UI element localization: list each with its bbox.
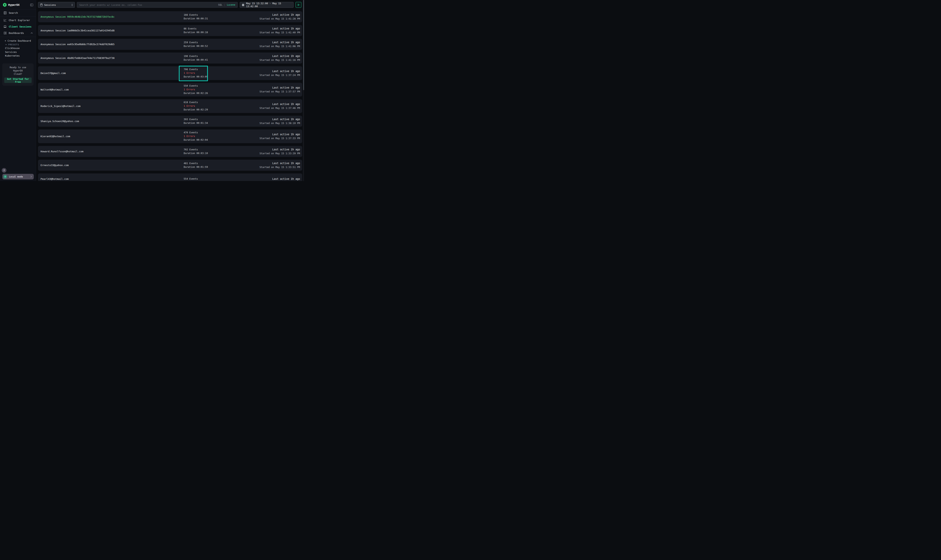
- session-started: Started on May 15 1:41:16 PM: [259, 58, 300, 62]
- session-events-count: 702 Events: [184, 148, 208, 151]
- session-times: Last active 1h ago Started on May 15 1:4…: [259, 25, 300, 36]
- brand[interactable]: HyperDX: [3, 3, 20, 7]
- laptop-icon: [3, 25, 6, 28]
- session-stats: 393 Events Duration 00:01:34: [184, 116, 208, 127]
- topbar: Sessions SQL | Lucene: [36, 0, 304, 8]
- sidebar-item-label: Search: [9, 11, 18, 14]
- language-divider: |: [224, 3, 225, 6]
- sql-toggle[interactable]: SQL: [218, 3, 222, 6]
- session-row[interactable]: Pearl43@hotmail.com 554 Events Last acti…: [38, 174, 302, 181]
- session-stats: 618 Events 1 Errors Duration 00:02:29: [184, 99, 208, 113]
- sidebar-collapse-icon[interactable]: [30, 4, 33, 6]
- session-last-active: Last active 1h ago: [259, 133, 300, 136]
- presets-section-toggle[interactable]: PRESETS: [0, 43, 36, 46]
- session-errors-count: 1 Errors: [184, 72, 208, 75]
- session-times: Last active 1h ago Started on May 15 1:3…: [259, 146, 300, 157]
- scrollbar-thumb[interactable]: [303, 0, 304, 90]
- date-range-picker[interactable]: May 15 13:32:00 - May 15 13:42:00: [240, 2, 294, 8]
- session-duration: Duration 00:03:09: [184, 75, 208, 78]
- session-row[interactable]: Anonymous Session 4bd02fe6643aaf44e711f6…: [38, 52, 302, 63]
- preset-clickhouse[interactable]: Clickhouse: [0, 46, 36, 50]
- session-last-active: Last active 1h ago: [259, 148, 300, 151]
- session-times: Last active 1h ago Started on May 15 1:4…: [259, 11, 300, 22]
- session-title: Walton9@hotmail.com: [40, 83, 69, 97]
- dashboards-subnav: + Create Dashboard PRESETS Clickhouse Se…: [0, 37, 36, 58]
- session-row[interactable]: Howard.Runolfsson@hotmail.com 702 Events…: [38, 146, 302, 157]
- session-row[interactable]: Roderick_Sipes1@hotmail.com 618 Events 1…: [38, 99, 302, 113]
- lucene-toggle[interactable]: Lucene: [227, 3, 235, 6]
- session-stats: 166 Events Duration 00:00:31: [184, 11, 208, 22]
- session-title: Howard.Runolfsson@hotmail.com: [40, 146, 83, 157]
- sidebar-item-label: Chart Explorer: [9, 19, 30, 22]
- session-stats: 86 Events Duration 00:00:18: [184, 25, 208, 36]
- session-started: Started on May 15 1:33:39 PM: [259, 152, 300, 155]
- session-row[interactable]: Shaniya.Schoen20@yahoo.com 393 Events Du…: [38, 116, 302, 127]
- preset-services[interactable]: Services: [0, 50, 36, 54]
- session-events-count: 554 Events: [184, 177, 198, 180]
- journal-icon: [3, 11, 6, 14]
- session-last-active: Last active 1h ago: [259, 13, 300, 16]
- user-avatar: U: [3, 175, 7, 178]
- session-events-count: 470 Events: [184, 131, 208, 134]
- session-stats: 550 Events 1 Errors Duration 00:02:26: [184, 83, 208, 97]
- session-row[interactable]: Anonymous Session ee03c95e0b68cffd92bc57…: [38, 39, 302, 50]
- help-button[interactable]: ?: [2, 168, 6, 173]
- layout-icon: [3, 32, 6, 34]
- preset-kubernetes[interactable]: Kubernetes: [0, 54, 36, 58]
- session-row[interactable]: Anonymous Session 1ad066d3c3b41cea381127…: [38, 25, 302, 36]
- get-started-button[interactable]: Get Started for Free: [4, 77, 32, 83]
- session-title: Anonymous Session 1ad066d3c3b41cea381127…: [40, 25, 114, 36]
- session-duration: Duration 00:02:26: [184, 92, 208, 95]
- session-events-count: 86 Events: [184, 27, 208, 30]
- session-times: Last active 1h ago Started on May 15 1:3…: [259, 83, 300, 97]
- sidebar-item-dashboards[interactable]: Dashboards: [0, 30, 36, 36]
- sidebar-item-search[interactable]: Search: [0, 9, 36, 16]
- session-events-count: 190 Events: [184, 55, 208, 58]
- session-last-active: Last active 1h ago: [272, 177, 300, 180]
- session-started: Started on May 15 1:41:28 PM: [259, 17, 300, 20]
- session-row[interactable]: Deion37@gmail.com 706 Events 1 Errors Du…: [38, 66, 302, 80]
- database-icon: [40, 3, 43, 6]
- session-stats: 706 Events 1 Errors Duration 00:03:09: [184, 66, 208, 80]
- app-root: HyperDX Search: [0, 0, 304, 181]
- session-started: Started on May 15 1:37:57 PM: [259, 90, 300, 93]
- create-dashboard-button[interactable]: + Create Dashboard: [0, 39, 36, 43]
- date-range-value: May 15 13:32:00 - May 15 13:42:00: [246, 2, 292, 8]
- cloud-promo-card: Ready to use HyperDX Cloud? Get Started …: [2, 63, 34, 86]
- session-started: Started on May 15 1:37:33 PM: [259, 137, 300, 140]
- hyperdx-logo-icon: [3, 3, 7, 7]
- session-errors-count: 1 Errors: [184, 135, 208, 138]
- session-stats: 470 Events 1 Errors Duration 00:02:04: [184, 129, 208, 143]
- session-row[interactable]: Ernesto33@yahoo.com 481 Events Duration …: [38, 160, 302, 171]
- chevron-down-icon: [5, 44, 7, 45]
- session-row[interactable]: Walton9@hotmail.com 550 Events 1 Errors …: [38, 83, 302, 97]
- local-mode-button[interactable]: U Local mode: [2, 174, 34, 179]
- session-row[interactable]: Anonymous Session 9959c464b13dc7637327d8…: [38, 11, 302, 22]
- session-started: Started on May 15 1:41:40 PM: [259, 31, 300, 34]
- session-started: Started on May 15 1:37:46 PM: [259, 106, 300, 109]
- session-title: Ernesto33@yahoo.com: [40, 160, 69, 171]
- sidebar-item-chart-explorer[interactable]: Chart Explorer: [0, 17, 36, 23]
- session-times: Last active 1h ago Started on May 15 1:4…: [259, 52, 300, 63]
- session-stats: 190 Events Duration 00:00:41: [184, 52, 208, 63]
- scrollbar-track[interactable]: [303, 0, 304, 181]
- session-last-active: Last active 1h ago: [259, 86, 300, 89]
- source-select-value: Sessions: [44, 3, 70, 6]
- session-started: Started on May 15 1:33:51 PM: [259, 166, 300, 169]
- run-search-button[interactable]: [296, 2, 301, 8]
- session-title: Roderick_Sipes1@hotmail.com: [40, 99, 80, 113]
- session-duration: Duration 00:00:41: [184, 58, 208, 62]
- search-input[interactable]: [79, 3, 217, 6]
- session-duration: Duration 00:02:04: [184, 138, 208, 142]
- sidebar-nav-group: Chart Explorer Client Sessions: [0, 17, 36, 37]
- session-events-count: 481 Events: [184, 162, 208, 165]
- sidebar: HyperDX Search: [0, 0, 36, 181]
- session-times: Last active 1h ago Started on May 15 1:4…: [259, 39, 300, 50]
- sidebar-item-client-sessions[interactable]: Client Sessions: [0, 23, 36, 30]
- source-select[interactable]: Sessions: [38, 2, 75, 8]
- session-duration: Duration 00:00:52: [184, 45, 208, 48]
- chevron-up-icon[interactable]: [31, 32, 33, 34]
- session-events-count: 166 Events: [184, 14, 208, 17]
- session-row[interactable]: Kieran92@hotmail.com 470 Events 1 Errors…: [38, 129, 302, 143]
- session-times: Last active 1h ago Started on May 15 1:3…: [259, 116, 300, 127]
